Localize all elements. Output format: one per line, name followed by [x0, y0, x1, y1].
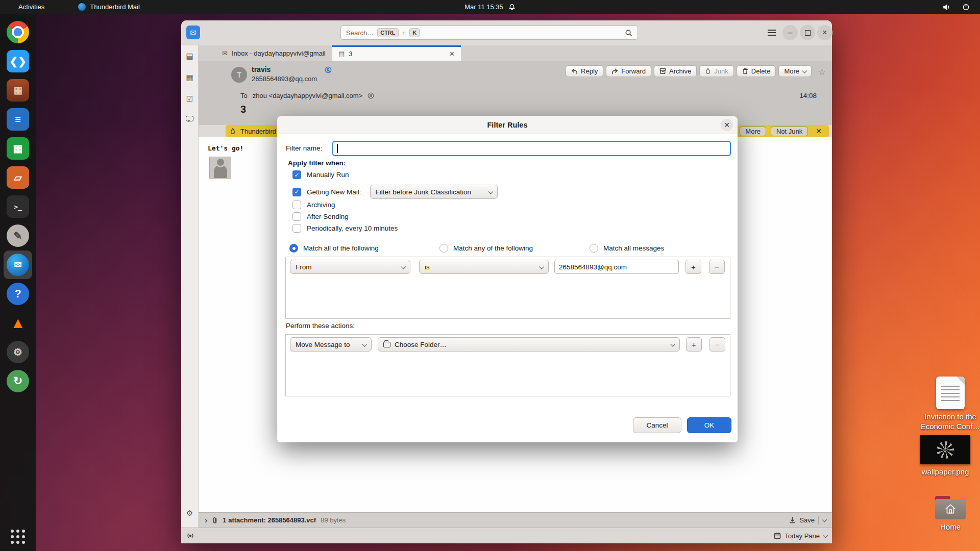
desktop-icon-home[interactable]: Home — [916, 496, 980, 532]
apply-filter-when-label: Apply filter when: — [288, 159, 346, 167]
dock-item-vlc[interactable]: ▲ — [4, 309, 32, 337]
dock: ❮❯ ▦ ≡ ▦ ▱ >_ ✎ ✉ ? ▲ ⚙ ↻ — [0, 14, 36, 551]
tab-label: 3 — [349, 50, 352, 58]
add-condition-button[interactable]: + — [685, 260, 701, 274]
settings-gear-icon[interactable]: ⚙ — [186, 509, 193, 518]
folder-icon — [383, 342, 390, 347]
contact-photo-placeholder — [209, 157, 231, 179]
radio-match-all-following[interactable]: Match all of the following — [289, 244, 379, 253]
chevron-down-icon — [362, 341, 367, 346]
junk-more-button[interactable]: More — [740, 127, 766, 136]
text-caret — [337, 144, 338, 153]
tasks-icon[interactable]: ☑ — [186, 94, 193, 104]
maximize-button[interactable] — [800, 25, 815, 40]
forward-button[interactable]: Forward — [606, 65, 651, 77]
kbd-k: K — [409, 28, 420, 37]
radio-unselected — [590, 244, 598, 253]
app-menu-button[interactable] — [764, 25, 779, 40]
desktop-background: Activities Thunderbird Mail Mar 11 15:35… — [0, 0, 980, 551]
tab-close-icon[interactable]: ✕ — [449, 50, 455, 58]
dock-item-software-updater[interactable]: ↻ — [4, 367, 32, 395]
star-icon[interactable]: ☆ — [818, 67, 826, 78]
save-dropdown-icon[interactable] — [822, 517, 827, 522]
radio-match-any-following[interactable]: Match any of the following — [439, 244, 533, 253]
dock-item-libreoffice-impress[interactable]: ▱ — [4, 163, 32, 192]
close-button[interactable]: × — [817, 25, 832, 40]
attachment-expander[interactable]: › — [205, 516, 207, 525]
remove-action-button[interactable]: − — [709, 337, 725, 352]
dock-item-chrome[interactable] — [4, 18, 32, 46]
desktop-icon-invitation[interactable]: Invitation to the Economic Conf… — [916, 377, 980, 432]
activities-button[interactable]: Activities — [14, 2, 48, 12]
delete-button[interactable]: Delete — [737, 65, 776, 77]
dock-item-thunderbird[interactable]: ✉ — [4, 251, 32, 279]
checkbox-archiving[interactable]: Archiving — [292, 201, 335, 209]
filter-name-label: Filter name: — [286, 144, 322, 152]
filter-rules-dialog: Filter Rules ✕ Filter name: Apply filter… — [277, 116, 738, 442]
cancel-button[interactable]: Cancel — [633, 417, 681, 433]
checkbox-manually-run[interactable]: ✓ Manually Run — [292, 170, 349, 179]
condition-field-dropdown[interactable]: From — [290, 260, 410, 274]
tab-message-3[interactable]: ▤ 3 ✕ — [332, 45, 461, 61]
condition-operator-dropdown[interactable]: is — [419, 260, 549, 274]
terminal-icon: >_ — [7, 195, 29, 218]
contact-card-icon[interactable] — [325, 66, 332, 73]
files-icon: ▦ — [7, 79, 29, 102]
attachment-name[interactable]: 1 attachment: 2658564893.vcf — [223, 516, 316, 524]
vscode-icon: ❮❯ — [7, 50, 29, 72]
remove-condition-button[interactable]: − — [709, 260, 725, 274]
radio-match-all-messages[interactable]: Match all messages — [590, 244, 664, 253]
calendar-icon[interactable]: ▦ — [186, 73, 193, 82]
app-grid-button[interactable] — [11, 530, 25, 544]
more-button[interactable]: More — [778, 65, 812, 77]
chat-icon[interactable] — [186, 116, 193, 121]
power-icon[interactable] — [962, 3, 970, 11]
message-subject: 3 — [240, 104, 246, 115]
ok-button[interactable]: OK — [687, 417, 731, 433]
dock-item-libreoffice-calc[interactable]: ▦ — [4, 134, 32, 163]
reply-button[interactable]: Reply — [566, 65, 603, 77]
dialog-close-icon[interactable]: ✕ — [721, 119, 733, 131]
conditions-box: From is + − — [285, 257, 730, 319]
checkbox-after-sending[interactable]: After Sending — [292, 212, 349, 221]
junk-button[interactable]: Junk — [699, 65, 733, 77]
tab-inbox[interactable]: ✉ Inbox - daydayhappyvivi@gmail — [216, 45, 332, 61]
today-pane-toggle[interactable]: Today Pane — [774, 532, 827, 540]
sender-avatar: T — [231, 67, 247, 83]
save-attachment-button[interactable]: Save — [799, 516, 815, 524]
mail-space-toggle[interactable]: ✉ — [186, 26, 200, 39]
address-book-icon[interactable]: ▤ — [186, 52, 193, 61]
thunderbird-app-icon — [78, 3, 86, 11]
dock-item-help[interactable]: ? — [4, 280, 32, 308]
dock-item-terminal[interactable]: >_ — [4, 192, 32, 221]
choose-folder-dropdown[interactable]: Choose Folder… — [378, 337, 680, 352]
dock-item-settings[interactable]: ⚙ — [4, 338, 32, 366]
to-address[interactable]: zhou <daydayhappyvivi@gmail.com> — [253, 92, 363, 99]
volume-icon[interactable] — [943, 4, 951, 11]
dock-item-libreoffice-writer[interactable]: ≡ — [4, 105, 32, 134]
chevron-down-icon — [488, 189, 493, 194]
not-junk-button[interactable]: Not Junk — [771, 127, 808, 136]
desktop-icon-wallpaper[interactable]: wallpaper.png — [911, 435, 980, 477]
action-type-dropdown[interactable]: Move Message to — [290, 337, 372, 352]
focused-app-menu[interactable]: Thunderbird Mail — [78, 3, 140, 11]
junk-classification-dropdown[interactable]: Filter before Junk Classification — [370, 185, 498, 199]
minimize-button[interactable]: – — [782, 25, 798, 40]
image-thumbnail — [920, 435, 970, 464]
chrome-icon — [7, 21, 29, 43]
desktop-icon-label: wallpaper.png — [922, 467, 969, 477]
dock-item-vscode[interactable]: ❮❯ — [4, 47, 32, 76]
condition-value-input[interactable] — [554, 260, 679, 274]
actions-box: Move Message to Choose Folder… + − — [285, 334, 730, 396]
checkbox-getting-new-mail[interactable]: ✓ Getting New Mail: Filter before Junk C… — [292, 185, 498, 199]
dock-item-files[interactable]: ▦ — [4, 76, 32, 105]
clock[interactable]: Mar 11 15:35 — [464, 3, 503, 11]
filter-name-input[interactable] — [332, 141, 731, 156]
global-search-input[interactable]: Search… CTRL + K — [340, 26, 638, 40]
add-action-button[interactable]: + — [686, 337, 702, 352]
recipient-contact-icon[interactable] — [368, 92, 374, 99]
archive-button[interactable]: Archive — [654, 65, 697, 77]
dock-item-gimp[interactable]: ✎ — [4, 221, 32, 250]
checkbox-periodically[interactable]: Periodically, every 10 minutes — [292, 224, 398, 233]
junk-bar-close-icon[interactable]: ✕ — [813, 127, 825, 135]
